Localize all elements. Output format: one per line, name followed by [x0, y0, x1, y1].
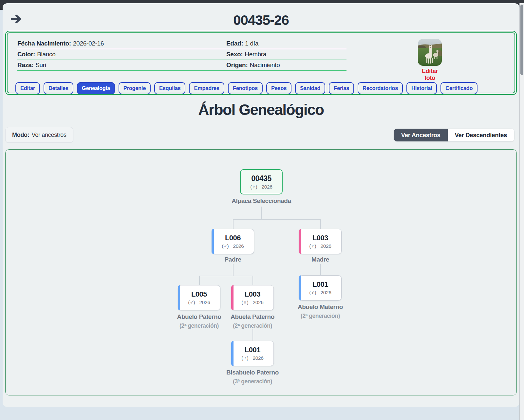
mode-value: Ver ancestros: [31, 132, 66, 138]
tab-empadres[interactable]: Empadres: [189, 82, 224, 94]
view-toggle: Ver Ancestros Ver Descendientes: [394, 129, 514, 141]
node-role-label: Abuelo Materno: [281, 303, 360, 311]
tree-node-abuela-paterno[interactable]: L003 (♀)2026: [231, 285, 274, 310]
connector: [199, 276, 253, 276]
tree-node-bisabuelo-paterno[interactable]: L001 (♂)2026: [231, 341, 274, 366]
tree-node-madre[interactable]: L003 (♀)2026: [299, 229, 342, 254]
sex-female-icon: (♀): [309, 243, 316, 249]
connector: [233, 264, 234, 276]
edit-photo-link[interactable]: Editar foto: [418, 68, 442, 82]
info-row-color-sex: Color:Blanco Sexo:Hembra: [17, 49, 346, 60]
animal-info-panel-inner: Fécha Nacimiento:2026-02-16 Edad:1 día C…: [7, 32, 515, 93]
tab-ferias[interactable]: Ferias: [329, 82, 354, 94]
tree-node-selected[interactable]: 00435 (♀)2026: [240, 169, 283, 194]
field-raza: Raza:Suri: [17, 62, 226, 69]
connector: [233, 219, 234, 229]
mode-label: Modo:: [12, 132, 29, 138]
sex-male-icon: (♂): [222, 243, 229, 249]
animal-photo[interactable]: [418, 39, 442, 66]
photo-block: Editar foto: [418, 39, 442, 82]
tab-historial[interactable]: Historial: [406, 82, 437, 94]
view-descendants-button[interactable]: Ver Descendientes: [448, 129, 514, 141]
connector: [261, 207, 262, 219]
connector: [320, 219, 321, 229]
genealogy-tree-panel: 00435 (♀)2026 Alpaca Seleccionada L006 (…: [5, 149, 517, 395]
info-row-birth-age: Fécha Nacimiento:2026-02-16 Edad:1 día: [17, 38, 346, 49]
sex-male-icon: (♂): [241, 355, 248, 361]
animal-info-panel: Fécha Nacimiento:2026-02-16 Edad:1 día C…: [5, 31, 517, 95]
sex-female-icon: (♀): [250, 184, 257, 190]
field-origen: Origen:Nacimiento: [226, 62, 346, 69]
connector: [233, 219, 321, 220]
connector: [253, 276, 253, 285]
sex-male-icon: (♂): [188, 300, 195, 305]
node-role-label: Bisabuelo Paterno: [213, 369, 292, 376]
tab-fenotipos[interactable]: Fenotipos: [228, 82, 263, 94]
sex-female-icon: (♀): [241, 300, 248, 305]
tree-node-abuelo-paterno[interactable]: L005 (♂)2026: [178, 285, 220, 310]
tab-detalles[interactable]: Detalles: [44, 82, 73, 94]
node-generation-label: (2ª generación): [281, 313, 360, 320]
field-fecha-nacimiento: Fécha Nacimiento:2026-02-16: [17, 40, 226, 47]
page-title: 00435-26: [3, 12, 519, 28]
main-card: 00435-26 Fécha Nacimiento:2026-02-16 Eda…: [3, 3, 519, 407]
tab-editar[interactable]: Editar: [15, 82, 40, 94]
tab-recordatorios[interactable]: Recordatorios: [358, 82, 403, 94]
tree-node-abuelo-materno[interactable]: L001 (♂)2026: [299, 275, 342, 301]
info-rows: Fécha Nacimiento:2026-02-16 Edad:1 día C…: [17, 38, 346, 71]
node-generation-label: (3ª generación): [213, 378, 292, 385]
connector: [199, 276, 200, 285]
field-color: Color:Blanco: [17, 51, 226, 58]
node-role-label: Padre: [194, 256, 272, 263]
tab-pesos[interactable]: Pesos: [266, 82, 291, 94]
field-sexo: Sexo:Hembra: [226, 51, 346, 58]
connector: [253, 329, 253, 341]
tab-progenie[interactable]: Progenie: [119, 82, 151, 94]
node-generation-label: (2ª generación): [213, 322, 292, 329]
mode-indicator: Modo: Ver ancestros: [5, 127, 73, 143]
node-role-label: Madre: [281, 256, 360, 263]
scrollbar-thumb[interactable]: [520, 5, 523, 75]
tab-esquilas[interactable]: Esquilas: [154, 82, 185, 94]
tab-certificado[interactable]: Certificado: [440, 82, 477, 94]
node-role-label: Alpaca Seleccionada: [222, 197, 301, 205]
tab-genealogia[interactable]: Genealogía: [77, 82, 115, 94]
tab-sanidad[interactable]: Sanidad: [295, 82, 325, 94]
scrollbar[interactable]: [519, 3, 524, 420]
info-row-breed-origin: Raza:Suri Origen:Nacimiento: [17, 60, 346, 71]
section-heading: Árbol Genealógico: [3, 101, 519, 119]
sex-male-icon: (♂): [309, 290, 316, 295]
view-ancestors-button[interactable]: Ver Ancestros: [394, 129, 448, 141]
tab-bar: Editar Detalles Genealogía Progenie Esqu…: [15, 82, 477, 94]
connector: [320, 264, 321, 275]
node-role-label: Abuela Paterno: [213, 313, 292, 320]
tree-node-padre[interactable]: L006 (♂)2026: [212, 229, 254, 254]
field-edad: Edad:1 día: [226, 40, 346, 47]
